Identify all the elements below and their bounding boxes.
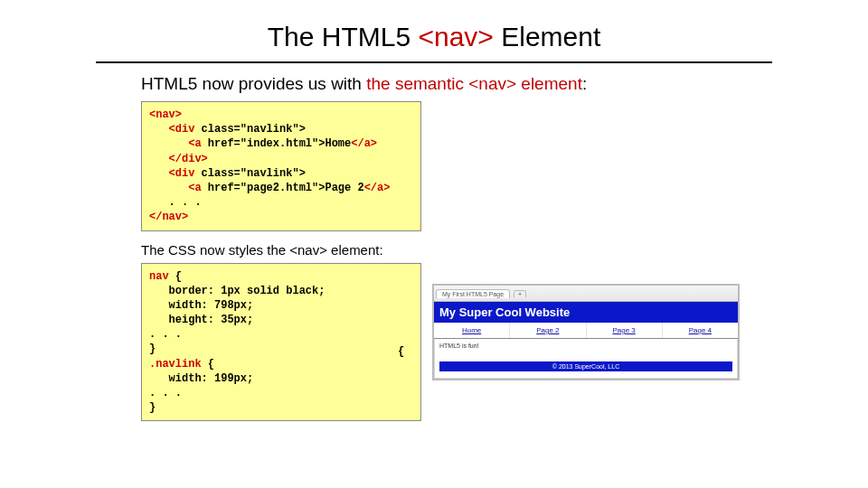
title-underline [96, 61, 772, 63]
preview-nav-link: Page 4 [663, 323, 738, 338]
intro-suffix: : [582, 74, 587, 93]
browser-preview: My First HTML5 Page + My Super Cool Webs… [432, 284, 740, 380]
preview-nav-link: Page 2 [510, 323, 586, 338]
intro-prefix: HTML5 now provides us with [141, 74, 366, 93]
title-tag: <nav> [418, 22, 493, 52]
browser-tab-plus: + [514, 290, 526, 297]
html-code-box: <nav> <div class="navlink"> <a href="ind… [141, 101, 421, 231]
preview-banner: My Super Cool Website [434, 302, 738, 323]
css-subhead: The CSS now styles the <nav> element: [141, 242, 741, 258]
preview-nav-link: Page 3 [587, 323, 663, 338]
css-code-box: nav { border: 1px solid black; width: 79… [141, 263, 421, 422]
intro-line: HTML5 now provides us with the semantic … [141, 74, 741, 94]
title-prefix: The HTML5 [268, 22, 419, 52]
preview-nav-link: Home [434, 323, 510, 338]
intro-highlight: the semantic <nav> element [366, 74, 582, 93]
slide-title: The HTML5 <nav> Element [0, 0, 868, 58]
preview-body-text: HTML5 is fun! [434, 339, 738, 358]
title-suffix: Element [494, 22, 600, 52]
browser-tab: My First HTML5 Page [436, 289, 510, 298]
obscured-code-fragment: { [398, 345, 404, 358]
preview-nav: Home Page 2 Page 3 Page 4 [434, 323, 738, 339]
preview-footer: © 2013 SuperCool, LLC [439, 361, 732, 371]
browser-tabbar: My First HTML5 Page + [434, 286, 738, 302]
